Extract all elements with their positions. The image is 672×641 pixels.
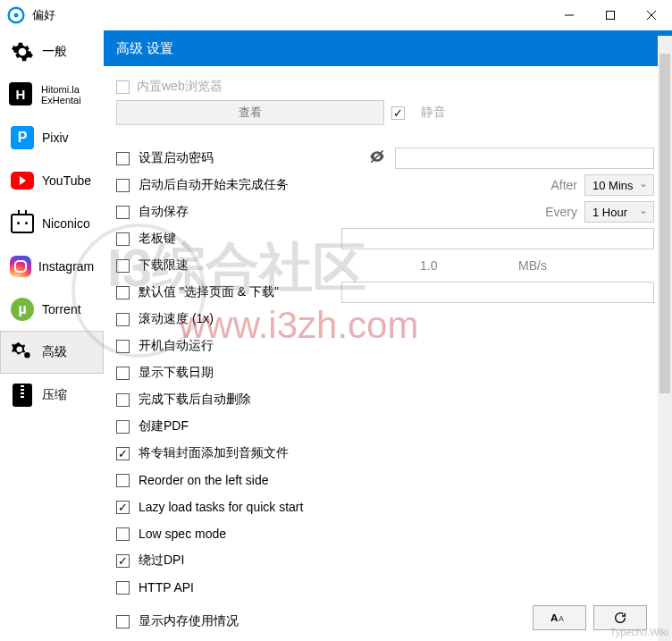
content-body: 内置web浏览器 查看 静音 设置启动密码 启动后自动开始未完成任务 After bbox=[104, 66, 672, 641]
default-select-label: 默认值 "选择页面 & 下载" bbox=[139, 284, 279, 300]
lowspec-label: Low spec mode bbox=[139, 527, 226, 541]
font-button[interactable]: AA bbox=[533, 605, 586, 630]
hitomi-icon: H bbox=[9, 82, 34, 107]
builtin-browser-checkbox bbox=[116, 80, 130, 94]
view-button[interactable]: 查看 bbox=[116, 100, 384, 125]
httpapi-label: HTTP API bbox=[139, 580, 194, 595]
watermark-footer: Typecho.Wiki bbox=[610, 627, 668, 637]
sidebar: 一般 H Hitomi.la ExHentai P Pixiv YouTube … bbox=[0, 30, 104, 641]
showmemory-checkbox[interactable] bbox=[116, 615, 130, 628]
bosskey-label: 老板键 bbox=[139, 231, 176, 247]
utorrent-icon: µ bbox=[10, 297, 35, 322]
lowspec-checkbox[interactable] bbox=[116, 527, 130, 541]
lazyload-checkbox[interactable] bbox=[116, 501, 130, 514]
window-title: 偏好 bbox=[32, 7, 549, 23]
sidebar-item-label: 一般 bbox=[42, 44, 67, 60]
sidebar-item-instagram[interactable]: Instagram bbox=[0, 245, 104, 288]
albumcover-checkbox[interactable] bbox=[116, 447, 130, 460]
albumcover-label: 将专辑封面添加到音频文件 bbox=[139, 445, 289, 461]
every-label: Every bbox=[545, 205, 577, 219]
bosskey-input[interactable] bbox=[341, 228, 654, 249]
sidebar-item-pixiv[interactable]: P Pixiv bbox=[0, 116, 104, 159]
password-label: 设置启动密码 bbox=[139, 150, 214, 166]
bypassdpi-label: 绕过DPI bbox=[139, 552, 184, 569]
sidebar-item-label: 高级 bbox=[42, 344, 67, 360]
sidebar-item-label: Hitomi.la bbox=[41, 84, 81, 95]
autorun-label: 开机自动运行 bbox=[139, 338, 214, 354]
maximize-button[interactable] bbox=[590, 0, 631, 30]
bypassdpi-checkbox[interactable] bbox=[116, 554, 130, 568]
autostart-label: 启动后自动开始未完成任务 bbox=[139, 177, 289, 193]
createpdf-label: 创建PDF bbox=[139, 418, 189, 434]
sidebar-item-label: Torrent bbox=[42, 302, 81, 316]
after-label: After bbox=[550, 178, 577, 192]
sidebar-item-label: YouTube bbox=[42, 173, 91, 188]
app-icon bbox=[7, 6, 25, 24]
speedlimit-checkbox[interactable] bbox=[116, 259, 130, 273]
createpdf-checkbox[interactable] bbox=[116, 420, 130, 434]
builtin-browser-label: 内置web浏览器 bbox=[137, 79, 223, 95]
every-select[interactable]: 1 Hour bbox=[584, 201, 654, 223]
titlebar: 偏好 bbox=[0, 0, 672, 30]
default-select-checkbox[interactable] bbox=[116, 286, 130, 299]
sidebar-item-niconico[interactable]: Niconico bbox=[0, 202, 104, 245]
sidebar-item-label: ExHentai bbox=[41, 95, 81, 105]
sidebar-item-label: Instagram bbox=[38, 259, 94, 274]
mute-label: 静音 bbox=[421, 105, 446, 121]
autodelete-label: 完成下载后自动删除 bbox=[139, 392, 251, 408]
showdate-label: 显示下载日期 bbox=[139, 365, 214, 381]
autosave-checkbox[interactable] bbox=[116, 206, 130, 219]
lazyload-label: Lazy load tasks for quick start bbox=[139, 500, 303, 514]
speed-unit: MB/s bbox=[518, 258, 547, 273]
minimize-button[interactable] bbox=[549, 0, 590, 30]
httpapi-checkbox[interactable] bbox=[116, 581, 130, 595]
sidebar-item-label: Pixiv bbox=[42, 131, 69, 145]
gears-icon bbox=[10, 340, 35, 365]
instagram-icon bbox=[10, 254, 31, 279]
speedlimit-label: 下载限速 bbox=[139, 257, 189, 274]
niconico-icon bbox=[10, 211, 35, 236]
sidebar-item-torrent[interactable]: µ Torrent bbox=[0, 288, 104, 331]
autodelete-checkbox[interactable] bbox=[116, 393, 130, 407]
gear-icon bbox=[10, 39, 35, 64]
sidebar-item-hitomi[interactable]: H Hitomi.la ExHentai bbox=[0, 73, 104, 116]
sidebar-item-compress[interactable]: 压缩 bbox=[0, 374, 104, 417]
sidebar-item-label: Niconico bbox=[42, 216, 90, 231]
bosskey-checkbox[interactable] bbox=[116, 232, 130, 246]
showmemory-label: 显示内存使用情况 bbox=[139, 613, 239, 629]
after-select[interactable]: 10 Mins bbox=[584, 174, 654, 196]
password-checkbox[interactable] bbox=[116, 152, 130, 165]
mute-checkbox bbox=[391, 106, 405, 120]
youtube-icon bbox=[10, 168, 35, 193]
autosave-label: 自动保存 bbox=[139, 204, 189, 220]
reorder-label: Reorder on the left side bbox=[139, 473, 269, 487]
eye-off-icon[interactable] bbox=[368, 148, 386, 169]
autostart-checkbox[interactable] bbox=[116, 179, 130, 192]
compress-icon bbox=[10, 383, 35, 408]
svg-text:A: A bbox=[550, 611, 559, 623]
content: 高级 设置 内置web浏览器 查看 静音 设置启动密码 bbox=[104, 30, 672, 641]
svg-point-1 bbox=[14, 13, 19, 18]
pixiv-icon: P bbox=[10, 125, 35, 150]
sidebar-item-youtube[interactable]: YouTube bbox=[0, 159, 104, 202]
password-input[interactable] bbox=[395, 148, 654, 169]
svg-rect-3 bbox=[607, 12, 615, 20]
content-header: 高级 设置 bbox=[104, 30, 672, 66]
sidebar-item-label: 压缩 bbox=[42, 387, 67, 403]
default-select-input[interactable] bbox=[341, 282, 654, 303]
sidebar-item-general[interactable]: 一般 bbox=[0, 30, 104, 73]
sidebar-item-advanced[interactable]: 高级 bbox=[0, 331, 104, 374]
reorder-checkbox[interactable] bbox=[116, 474, 130, 487]
scroll-speed-label: 滚动速度 (1x) bbox=[139, 311, 214, 327]
close-button[interactable] bbox=[631, 0, 672, 30]
svg-text:A: A bbox=[559, 614, 564, 623]
showdate-checkbox[interactable] bbox=[116, 367, 130, 380]
scrollbar[interactable] bbox=[658, 36, 672, 641]
scrollbar-thumb[interactable] bbox=[659, 54, 670, 393]
scroll-speed-checkbox[interactable] bbox=[116, 313, 130, 326]
speed-value: 1.0 bbox=[420, 258, 437, 273]
autorun-checkbox[interactable] bbox=[116, 340, 130, 353]
